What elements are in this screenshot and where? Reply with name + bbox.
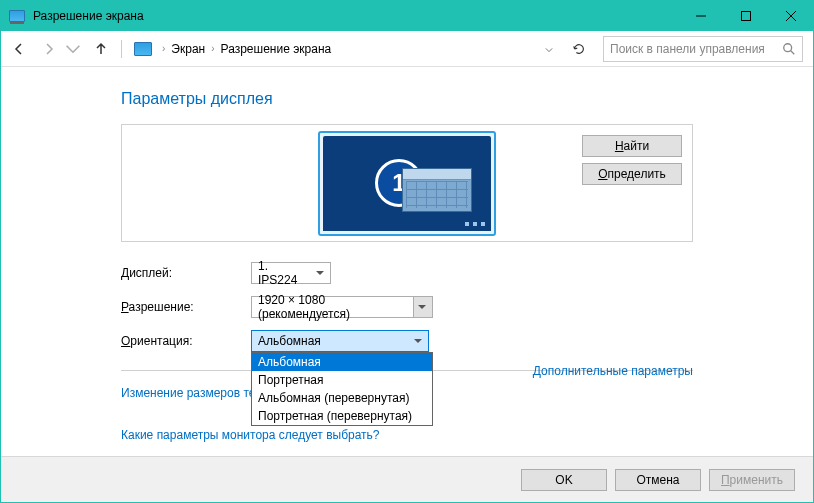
breadcrumb[interactable]: › Экран › Разрешение экрана [156, 36, 537, 62]
window-grid-icon [402, 168, 472, 212]
svg-line-5 [791, 50, 795, 54]
detect-button[interactable]: Определить [582, 163, 682, 185]
display-label: Дисплей: [121, 266, 251, 280]
dropdown-option[interactable]: Портретная (перевернутая) [252, 407, 432, 425]
orientation-label: Ориентация: [121, 334, 251, 348]
settings-form: Дисплей: 1. IPS224 Разрешение: 1920 × 10… [121, 262, 693, 352]
apply-button[interactable]: Применить [709, 469, 795, 491]
dropdown-option[interactable]: Альбомная [252, 353, 432, 371]
svg-point-4 [784, 43, 792, 51]
help-link[interactable]: Какие параметры монитора следует выбрать… [121, 428, 380, 442]
resolution-select[interactable]: 1920 × 1080 (рекомендуется) [251, 296, 433, 318]
window-title: Разрешение экрана [33, 9, 678, 23]
resolution-row: Разрешение: 1920 × 1080 (рекомендуется) [121, 296, 693, 318]
minimize-button[interactable] [678, 1, 723, 31]
orientation-row: Ориентация: Альбомная Альбомная Портретн… [121, 330, 693, 352]
recent-dropdown[interactable] [65, 35, 81, 63]
taskbar-icon [323, 218, 491, 231]
svg-rect-1 [741, 12, 750, 21]
page-title: Параметры дисплея [121, 90, 693, 108]
titlebar: Разрешение экрана [1, 1, 813, 31]
monitor-thumbnail[interactable]: 1 [318, 131, 496, 236]
search-input[interactable]: Поиск в панели управления [603, 36, 803, 62]
content: Параметры дисплея 1 Найти Определить [1, 68, 813, 456]
orientation-dropdown[interactable]: Альбомная Портретная Альбомная (переверн… [251, 352, 433, 426]
breadcrumb-item[interactable]: Разрешение экрана [217, 36, 336, 62]
dropdown-option[interactable]: Альбомная (перевернутая) [252, 389, 432, 407]
resolution-label: Разрешение: [121, 300, 251, 314]
display-select[interactable]: 1. IPS224 [251, 262, 331, 284]
close-button[interactable] [768, 1, 813, 31]
orientation-select[interactable]: Альбомная [251, 330, 429, 352]
forward-button[interactable] [35, 35, 63, 63]
app-icon [9, 10, 25, 22]
breadcrumb-item[interactable]: Экран [167, 36, 209, 62]
ok-button[interactable]: OK [521, 469, 607, 491]
chevron-right-icon: › [160, 43, 167, 54]
maximize-button[interactable] [723, 1, 768, 31]
find-button[interactable]: Найти [582, 135, 682, 157]
footer: OK Отмена Применить [1, 456, 813, 502]
dropdown-option[interactable]: Портретная [252, 371, 432, 389]
search-placeholder: Поиск в панели управления [610, 42, 782, 56]
navbar: › Экран › Разрешение экрана Поиск в пане… [1, 31, 813, 67]
address-icon [134, 42, 152, 56]
search-icon [782, 42, 796, 56]
back-button[interactable] [5, 35, 33, 63]
chevron-right-icon: › [209, 43, 216, 54]
display-row: Дисплей: 1. IPS224 [121, 262, 693, 284]
cancel-button[interactable]: Отмена [615, 469, 701, 491]
refresh-button[interactable] [565, 36, 593, 62]
display-preview[interactable]: 1 Найти Определить [121, 124, 693, 242]
address-dropdown[interactable] [539, 40, 559, 58]
nav-separator [121, 40, 122, 58]
preview-area: 1 Найти Определить [121, 124, 693, 242]
window-controls [678, 1, 813, 31]
up-button[interactable] [87, 35, 115, 63]
advanced-settings-link[interactable]: Дополнительные параметры [533, 364, 693, 378]
window: Разрешение экрана › [0, 0, 814, 503]
